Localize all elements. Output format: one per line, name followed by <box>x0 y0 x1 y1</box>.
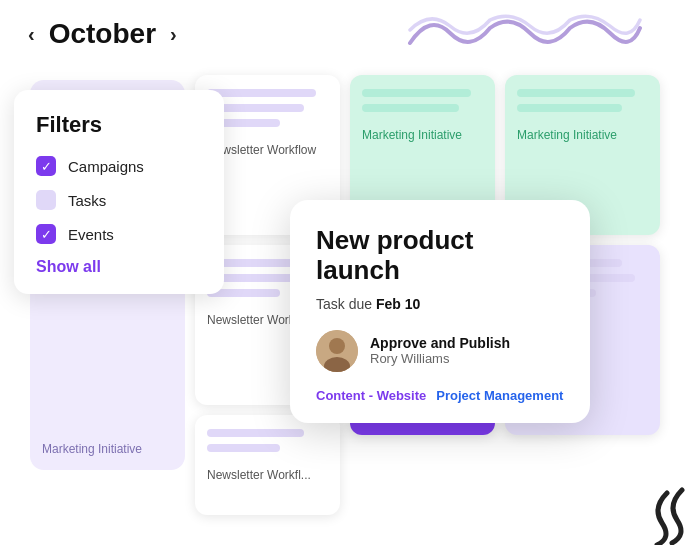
show-all-button[interactable]: Show all <box>36 258 202 276</box>
campaigns-label: Campaigns <box>68 158 144 175</box>
task-title: New product launch <box>316 226 564 286</box>
card-line <box>362 104 459 112</box>
task-popup: New product launch Task due Feb 10 Appro… <box>290 200 590 423</box>
task-due-prefix: Task due <box>316 296 376 312</box>
assignee-info: Approve and Publish Rory Williams <box>370 335 510 366</box>
filter-campaigns[interactable]: ✓ Campaigns <box>36 156 202 176</box>
card-line <box>517 89 635 97</box>
task-tags: Content - Website Project Management <box>316 388 564 403</box>
prev-month-button[interactable]: ‹ <box>24 23 39 46</box>
card-line <box>207 429 304 437</box>
filter-events[interactable]: ✓ Events <box>36 224 202 244</box>
filter-tasks[interactable]: Tasks <box>36 190 202 210</box>
deco-squiggle-top <box>405 8 645 53</box>
col2c-label: Newsletter Workfl... <box>195 462 340 492</box>
svg-point-1 <box>329 338 345 354</box>
events-label: Events <box>68 226 114 243</box>
card-line <box>207 444 280 452</box>
campaigns-checkbox[interactable]: ✓ <box>36 156 56 176</box>
tag-project-management[interactable]: Project Management <box>436 388 563 403</box>
assignee-name: Rory Williams <box>370 351 510 366</box>
tasks-checkbox[interactable] <box>36 190 56 210</box>
col4a-label: Marketing Initiative <box>505 122 660 152</box>
filters-title: Filters <box>36 112 202 138</box>
col1-label: Marketing Initiative <box>30 442 185 456</box>
card-line <box>517 104 622 112</box>
card-line <box>207 89 316 97</box>
col3a-label: Marketing Initiative <box>350 122 495 152</box>
col2c-card: Newsletter Workfl... <box>195 415 340 515</box>
task-due-date: Feb 10 <box>376 296 420 312</box>
next-month-button[interactable]: › <box>166 23 181 46</box>
month-title: October <box>49 18 156 50</box>
tag-content-website[interactable]: Content - Website <box>316 388 426 403</box>
tasks-label: Tasks <box>68 192 106 209</box>
assignee-action: Approve and Publish <box>370 335 510 351</box>
filters-panel: Filters ✓ Campaigns Tasks ✓ Events Show … <box>14 90 224 294</box>
task-assignee: Approve and Publish Rory Williams <box>316 330 564 372</box>
card-line <box>362 89 471 97</box>
avatar <box>316 330 358 372</box>
events-checkbox[interactable]: ✓ <box>36 224 56 244</box>
task-due: Task due Feb 10 <box>316 296 564 312</box>
